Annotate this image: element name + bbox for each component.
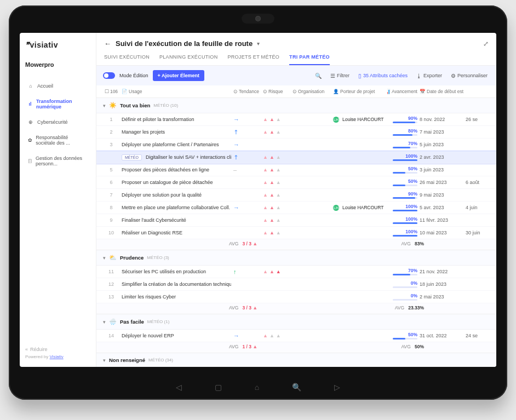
row-index: 11 xyxy=(103,269,119,274)
table-row[interactable]: 3 Déployer une plateforme Client / Parte… xyxy=(96,139,496,151)
org-col[interactable]: ⊙ Organisation xyxy=(293,89,331,94)
risk-icon: ▲ xyxy=(263,205,268,210)
usage-cell: Réaliser un Diagnostic RSE xyxy=(122,230,231,235)
usage-col[interactable]: 📄 Usage xyxy=(122,89,231,94)
row-index: 1 xyxy=(103,117,119,122)
tablet-camera xyxy=(242,14,274,24)
tendance-cell: ↗ xyxy=(233,154,261,161)
app-screen: ❞visiativ Mowerpro ⌂ Accueilıl Transform… xyxy=(20,33,496,367)
filter-button[interactable]: ☰ Filtrer xyxy=(328,72,352,80)
add-element-button[interactable]: + Ajouter Élement xyxy=(153,70,204,81)
group-header-none[interactable]: ▾ Non renseigné MÉTÉO (34) xyxy=(96,353,496,367)
tab-planning[interactable]: PLANNING EXÉCUTION xyxy=(159,51,217,65)
toolbar: Mode Édition + Ajouter Élement 🔍 ☰ Filtr… xyxy=(96,66,496,85)
chevron-down-icon[interactable]: ▾ xyxy=(257,41,260,47)
risk-icon: ▲ xyxy=(263,230,268,235)
avance-cell: 50% xyxy=(387,332,417,340)
hidden-attributes-button[interactable]: ▯ 35 Attributs cachées xyxy=(356,72,410,80)
tab-suivi[interactable]: SUIVI EXÉCUTION xyxy=(104,51,150,65)
risk-icon: ▲ xyxy=(263,217,268,223)
tendance-col[interactable]: ⊙ Tendance xyxy=(233,89,261,94)
sidebar-item-home[interactable]: ⌂ Accueil xyxy=(25,80,90,92)
tab-projets[interactable]: PROJETS ET MÉTÉO xyxy=(227,51,279,65)
export-icon: ⭳ xyxy=(416,73,422,79)
avance-cell: 50% xyxy=(387,179,417,186)
sidebar-item-label: Transformation numérique xyxy=(36,99,88,110)
table-row[interactable]: 13 Limiter les risques Cyber 0% 2 mai 20… xyxy=(96,291,496,303)
gear-icon: ⚙ xyxy=(451,73,456,79)
table-row[interactable]: 5 Proposer des pièces détachées en ligne… xyxy=(96,164,496,176)
group-header-ok[interactable]: ▾ ☀️ Tout va bien MÉTÉO (10) xyxy=(96,98,496,113)
date-cell: 11 févr. 2023 xyxy=(420,217,463,223)
risk-icon: ▲ xyxy=(263,180,268,185)
date-cell: 10 mai 2023 xyxy=(420,230,463,235)
sidebar-item-data[interactable]: ⌸ Gestion des données personn... xyxy=(25,152,90,170)
table-row[interactable]: 6 Proposer un catalogue de pièce détaché… xyxy=(96,176,496,189)
edit-mode-toggle[interactable] xyxy=(103,72,115,79)
row-index: 7 xyxy=(103,192,119,198)
table-row[interactable]: MÉTÉODigitaliser le suivi SAV + interact… xyxy=(96,151,496,164)
avatar: LH xyxy=(333,117,339,123)
risk-icon: ▲ xyxy=(276,180,281,185)
reduce-button[interactable]: « Réduire xyxy=(25,347,90,352)
chevron-down-icon: ▾ xyxy=(103,255,106,261)
risk-icon: ▲ xyxy=(270,192,274,198)
nav-back-icon[interactable]: ◁ xyxy=(176,383,182,392)
progress: 80% xyxy=(393,128,417,136)
nav-forward-icon[interactable]: ▷ xyxy=(334,383,340,392)
extra-cell: 30 juin xyxy=(466,230,488,235)
powered-link[interactable]: Visiativ xyxy=(49,354,63,359)
date-cell: 2 mai 2023 xyxy=(420,294,463,300)
sidebar-item-rse[interactable]: ✿ Responsabilité sociétale des ... xyxy=(25,131,90,149)
table-row[interactable]: 9 Finaliser l'audit Cybersécurité ▲▲▲ 10… xyxy=(96,214,496,227)
group-title: Non renseigné xyxy=(109,357,145,363)
search-button[interactable]: 🔍 xyxy=(313,72,324,80)
tabs: SUIVI EXÉCUTIONPLANNING EXÉCUTIONPROJETS… xyxy=(96,51,496,66)
risk-icon: ▲ xyxy=(263,269,268,274)
nav-home-icon[interactable]: ⌂ xyxy=(255,383,259,392)
risque-cell: ▲▲▲ xyxy=(263,269,290,274)
table-row[interactable]: 12 Simplifier la création de la document… xyxy=(96,278,496,291)
back-arrow-icon[interactable]: ← xyxy=(104,39,111,48)
group-header-hard[interactable]: ▾ 🌧️ Pas facile MÉTÉO (1) xyxy=(96,314,496,330)
risque-col[interactable]: ⊙ Risque xyxy=(263,89,290,94)
table-row[interactable]: 8 Mettre en place une plateforme collabo… xyxy=(96,202,496,214)
sidebar-item-cyber[interactable]: ⊕ Cybersécurité xyxy=(25,116,90,128)
fullscreen-icon[interactable]: ⤢ xyxy=(483,40,489,48)
sidebar-item-label: Gestion des données personn... xyxy=(36,156,88,166)
table-row[interactable]: 10 Réaliser un Diagnostic RSE ▲▲▲ 100% 1… xyxy=(96,227,496,239)
risk-icon: ▲ xyxy=(263,167,268,172)
porteur-name: Louise HARCOURT xyxy=(342,205,383,210)
filter-icon: ☰ xyxy=(330,73,335,79)
risk-icon: ▲ xyxy=(276,230,281,235)
page-header: ← Suivi de l'exécution de la feuille de … xyxy=(96,33,496,51)
group-subtitle: MÉTÉO (1) xyxy=(147,319,169,324)
export-button[interactable]: ⭳ Exporter xyxy=(414,72,444,80)
table-row[interactable]: 2 Manager les projets ↗ ▲▲▲ 80% 7 mai 20… xyxy=(96,126,496,139)
avance-col[interactable]: 📊 Avancement xyxy=(387,89,417,94)
table-row[interactable]: 1 Définir et piloter la transformation →… xyxy=(96,113,496,126)
avance-cell: 90% xyxy=(387,116,417,123)
personalize-button[interactable]: ⚙ Personnaliser xyxy=(449,72,490,80)
sidebar-item-label: Responsabilité sociétale des ... xyxy=(36,135,88,146)
row-index: 8 xyxy=(103,205,119,210)
risk-icon: ▲ xyxy=(270,129,274,135)
tablet-navbar: ◁ ▢ ⌂ 🔍 ▷ xyxy=(9,383,507,392)
risk-icon: ▲ xyxy=(270,333,274,338)
group-header-prudence[interactable]: ▾ ⛅ Prudence MÉTÉO (3) xyxy=(96,250,496,266)
porteur-col[interactable]: 👤 Porteur de projet xyxy=(333,89,385,94)
sidebar-item-trans[interactable]: ıl Transformation numérique xyxy=(25,95,90,113)
usage-cell: Déployer une solution pour la qualité xyxy=(122,192,231,198)
avance-cell: 100% xyxy=(387,216,417,224)
table-row[interactable]: 7 Déployer une solution pour la qualité … xyxy=(96,189,496,202)
nav-search-icon[interactable]: 🔍 xyxy=(292,383,301,392)
tablet-frame: ❞visiativ Mowerpro ⌂ Accueilıl Transform… xyxy=(9,5,507,400)
tendance-cell: → xyxy=(233,204,261,211)
risk-icon: ▲ xyxy=(276,205,281,210)
date-col[interactable]: 📅 Date de début estimée xyxy=(420,89,463,94)
table-row[interactable]: 11 Sécuriser les PC utilisés en producti… xyxy=(96,266,496,278)
chevron-down-icon: ▾ xyxy=(103,358,106,363)
table-row[interactable]: 14 Déployer le nouvel ERP → ▲▲▲ 50% 31 o… xyxy=(96,330,496,342)
nav-recent-icon[interactable]: ▢ xyxy=(215,383,222,392)
tab-tri[interactable]: TRI PAR MÉTÉO xyxy=(289,51,330,65)
